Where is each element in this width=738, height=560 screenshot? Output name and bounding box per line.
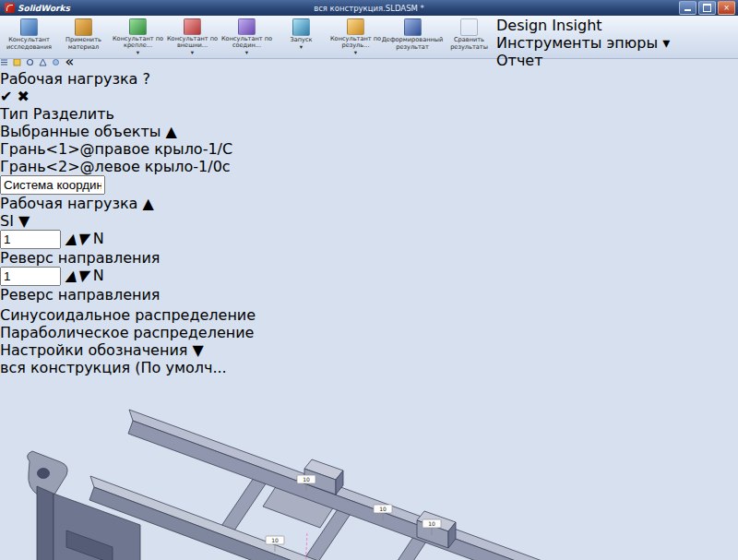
model-3d[interactable]: СИСТЕМА КООРДИНАТ2 10 <box>0 376 587 560</box>
panel-tabs: Тип Разделить <box>0 105 738 123</box>
report-button[interactable]: Отчет <box>496 52 670 69</box>
minimize-button[interactable] <box>679 1 696 15</box>
compare-results-button[interactable]: Сравнить результаты <box>442 17 496 58</box>
deformed-result-button[interactable]: Деформированный результат <box>383 17 442 58</box>
solidworks-logo-icon <box>5 3 15 13</box>
symbol-settings-section-header[interactable]: Настройки обозначения ▼ <box>0 341 738 359</box>
sinusoidal-label: Синусоидальное распределение <box>0 306 256 324</box>
chevron-down-icon: ▼ <box>18 212 30 230</box>
reverse-x-label: Реверс направления <box>0 249 160 267</box>
list-item[interactable]: Грань<2>@левое крыло-1/0с <box>0 158 738 175</box>
panel-title: Рабочая нагрузка <box>0 70 137 88</box>
results-advisor-icon <box>347 18 364 35</box>
plot-tools-button[interactable]: Инструменты эпюры ▾ <box>496 34 670 52</box>
app-logo: SolidWorks <box>0 3 75 13</box>
brand-name: SolidWorks <box>18 4 70 13</box>
close-button[interactable]: × <box>718 1 735 15</box>
force-y-stepper[interactable]: ▲▼ <box>65 267 89 284</box>
fixtures-advisor-icon <box>129 18 147 35</box>
force-x-unit: N <box>93 230 104 247</box>
panel-actions: ✔ ✖ <box>0 88 738 105</box>
design-insight-button[interactable]: Design Insight <box>496 17 670 34</box>
deformed-result-icon <box>404 18 422 36</box>
connections-advisor-icon <box>238 18 256 35</box>
list-item[interactable]: Грань<1>@правое крыло-1/С <box>0 140 738 158</box>
tab-split[interactable]: Разделить <box>33 105 114 123</box>
ok-icon[interactable]: ✔ <box>0 88 12 105</box>
apply-material-icon <box>75 18 92 36</box>
chevron-up-icon: ▲ <box>165 123 176 140</box>
reverse-y-label: Реверс направления <box>0 286 160 304</box>
feature-tree-root[interactable]: вся конструкция (По умолч... <box>0 359 738 376</box>
simulation-ribbon: Консультант исследования Применить матер… <box>0 16 738 59</box>
solidworks-window: { "colors":{"selection_blue":"#2da0e8","… <box>0 0 738 560</box>
graphics-viewport[interactable]: вся конструкция (По умолч... <box>0 359 738 560</box>
property-manager-panel: « Рабочая нагрузка ? ✔ ✖ Тип Разделить В… <box>0 53 738 359</box>
chevron-down-icon: ▼ <box>193 341 204 359</box>
cancel-icon[interactable]: ✖ <box>18 88 30 105</box>
external-loads-advisor-icon <box>184 18 201 35</box>
force-x-stepper[interactable]: ▲▼ <box>65 230 89 247</box>
help-icon[interactable]: ? <box>142 70 150 88</box>
run-icon <box>292 18 310 36</box>
window-title: вся конструкция.SLDASM * <box>0 4 738 13</box>
title-bar: SolidWorks вся конструкция.SLDASM * × <box>0 0 738 16</box>
selected-objects-section-header[interactable]: Выбранные объекты ▲ <box>0 123 738 140</box>
svg-text:10: 10 <box>271 537 279 543</box>
svg-text:10: 10 <box>379 506 387 512</box>
apply-material-button[interactable]: Применить материал <box>56 17 111 58</box>
force-x-input[interactable] <box>0 230 61 249</box>
force-y-input[interactable] <box>0 267 61 286</box>
run-button[interactable]: Запуск ▾ <box>274 17 328 58</box>
units-select[interactable]: SI ▼ <box>0 212 738 230</box>
coordinate-system-field[interactable] <box>0 175 105 195</box>
connections-advisor-button[interactable]: Консультант по соедин... ▾ <box>220 17 274 58</box>
load-section-header[interactable]: Рабочая нагрузка ▲ <box>0 195 738 212</box>
external-loads-advisor-button[interactable]: Консультант по внешни... ▾ <box>165 17 220 58</box>
panel-header: Рабочая нагрузка ? <box>0 70 738 88</box>
fixtures-advisor-button[interactable]: Консультант по крепле... ▾ <box>111 17 165 58</box>
maximize-button[interactable] <box>698 1 716 15</box>
study-advisor-button[interactable]: Консультант исследования <box>2 17 56 58</box>
compare-results-icon <box>460 18 478 36</box>
svg-text:10: 10 <box>303 476 310 483</box>
tab-type[interactable]: Тип <box>0 105 29 123</box>
selected-faces-listbox[interactable]: Грань<1>@правое крыло-1/С Грань<2>@левое… <box>0 140 738 175</box>
parabolic-label: Параболическое распределение <box>0 324 254 341</box>
force-y-unit: N <box>93 267 104 284</box>
study-advisor-icon <box>20 18 38 36</box>
svg-text:10: 10 <box>428 520 435 527</box>
chevron-up-icon: ▲ <box>142 195 153 212</box>
chassis-frame[interactable] <box>28 410 554 560</box>
results-advisor-button[interactable]: Консультант по резуль... ▾ <box>328 17 383 58</box>
